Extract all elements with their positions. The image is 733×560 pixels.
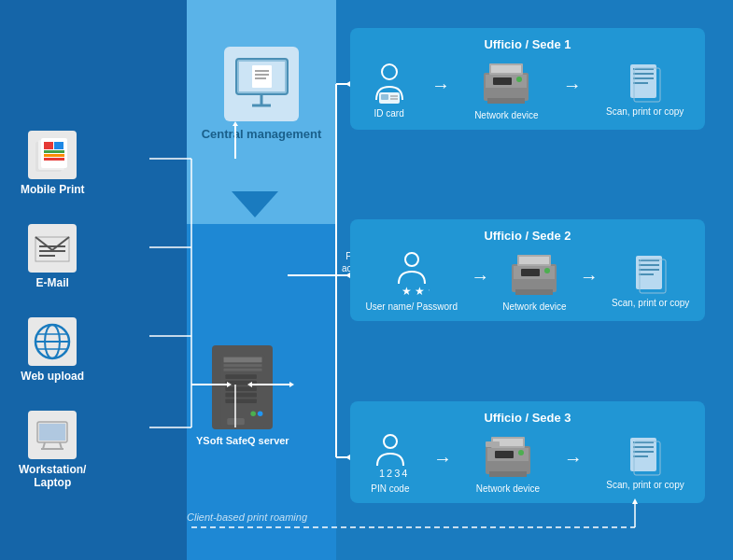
svg-rect-89 (633, 451, 654, 453)
office-2-title: Ufficio / Sede 2 (361, 229, 694, 243)
server-icon (212, 345, 273, 429)
svg-rect-67 (515, 289, 553, 295)
source-item-workstation[interactable]: Workstation/ Laptop (19, 411, 86, 489)
office-box-3: Ufficio / Sede 3 1234 PIN code → (350, 401, 705, 503)
svg-point-53 (516, 77, 522, 82)
office-3-arrow-2: → (564, 448, 583, 469)
svg-rect-32 (223, 357, 261, 363)
svg-rect-90 (633, 455, 648, 457)
central-management-icon (224, 47, 299, 121)
svg-rect-42 (227, 418, 245, 425)
office-box-2: Ufficio / Sede 2 ★★★★ User name/ Passwor… (350, 219, 705, 321)
svg-rect-51 (491, 65, 521, 73)
office-1-arrow-1: → (431, 75, 450, 96)
svg-rect-2 (252, 65, 272, 88)
office-1-title: Ufficio / Sede 1 (361, 37, 694, 51)
svg-rect-15 (44, 158, 64, 161)
office-2-auth: ★★★★ User name/ Password (366, 250, 458, 312)
svg-rect-54 (493, 77, 512, 85)
mobile-print-icon (28, 131, 77, 179)
office-box-1: Ufficio / Sede 1 ID card → (350, 28, 705, 130)
svg-rect-37 (225, 386, 257, 391)
svg-point-40 (250, 411, 256, 416)
office-2-network-device: Network device (502, 250, 566, 312)
svg-rect-11 (44, 142, 53, 149)
office-3-content: 1234 PIN code → Network device → (361, 432, 694, 494)
office-2-content: ★★★★ User name/ Password → Network devic… (361, 250, 694, 312)
svg-rect-59 (633, 82, 648, 84)
svg-rect-84 (495, 451, 514, 458)
svg-rect-88 (633, 446, 654, 448)
svg-rect-36 (225, 381, 257, 385)
office-3-network-device: Network device (476, 432, 540, 494)
svg-point-43 (382, 64, 397, 79)
office-3-title: Ufficio / Sede 3 (361, 411, 694, 425)
client-based-label: Client-based print roaming (187, 511, 307, 523)
svg-text:★★★★: ★★★★ (402, 285, 430, 298)
svg-rect-33 (223, 364, 261, 367)
workstation-icon (28, 411, 77, 459)
svg-rect-52 (487, 98, 525, 104)
svg-rect-58 (633, 77, 654, 79)
svg-rect-14 (44, 154, 64, 157)
ysoft-server: YSoft SafeQ server (196, 345, 289, 446)
svg-rect-12 (54, 142, 63, 149)
source-item-email[interactable]: E-Mail (19, 224, 86, 289)
office-1-arrow-2: → (563, 75, 582, 96)
office-1-network-device: Network device (474, 59, 538, 120)
source-items-container: Mobile Print E-Mail (19, 131, 86, 489)
office-3-auth: 1234 PIN code (371, 432, 409, 494)
svg-rect-72 (639, 264, 659, 266)
svg-rect-45 (381, 94, 388, 100)
svg-point-83 (518, 450, 524, 455)
email-icon (28, 224, 77, 273)
svg-rect-74 (639, 273, 654, 275)
source-item-web-upload[interactable]: Web upload (19, 317, 86, 383)
svg-text:1234: 1234 (379, 468, 408, 479)
svg-line-29 (60, 442, 62, 449)
svg-rect-57 (633, 73, 654, 75)
office-1-auth: ID card (372, 61, 407, 119)
svg-rect-13 (44, 150, 64, 153)
server-label: YSoft SafeQ server (196, 435, 289, 446)
svg-rect-66 (519, 257, 549, 264)
svg-rect-73 (639, 269, 659, 271)
office-3-arrow-1: → (433, 448, 452, 469)
svg-rect-35 (225, 374, 257, 379)
office-2-action: Scan, print or copy (612, 254, 689, 308)
svg-rect-39 (225, 399, 257, 403)
svg-line-28 (43, 442, 45, 449)
web-upload-icon (28, 317, 77, 366)
central-management-label: Central management (202, 127, 322, 141)
svg-rect-27 (39, 424, 65, 441)
office-2-arrow-1: → (471, 266, 489, 287)
svg-point-41 (258, 411, 263, 416)
source-item-mobile-print[interactable]: Mobile Print (19, 131, 86, 196)
office-1-action: Scan, print or copy (606, 63, 684, 117)
svg-point-76 (384, 435, 397, 448)
central-management: Central management (191, 47, 331, 141)
office-2-arrow-2: → (580, 266, 599, 287)
svg-rect-34 (223, 369, 261, 371)
svg-rect-82 (489, 471, 527, 477)
svg-rect-38 (225, 393, 257, 398)
svg-rect-85 (486, 441, 500, 447)
arrow-down-center (232, 191, 278, 217)
office-3-action: Scan, print or copy (606, 436, 684, 490)
office-1-content: ID card → Network device → (361, 59, 694, 120)
svg-rect-69 (521, 269, 540, 276)
svg-point-68 (544, 268, 550, 273)
svg-point-61 (405, 253, 418, 266)
